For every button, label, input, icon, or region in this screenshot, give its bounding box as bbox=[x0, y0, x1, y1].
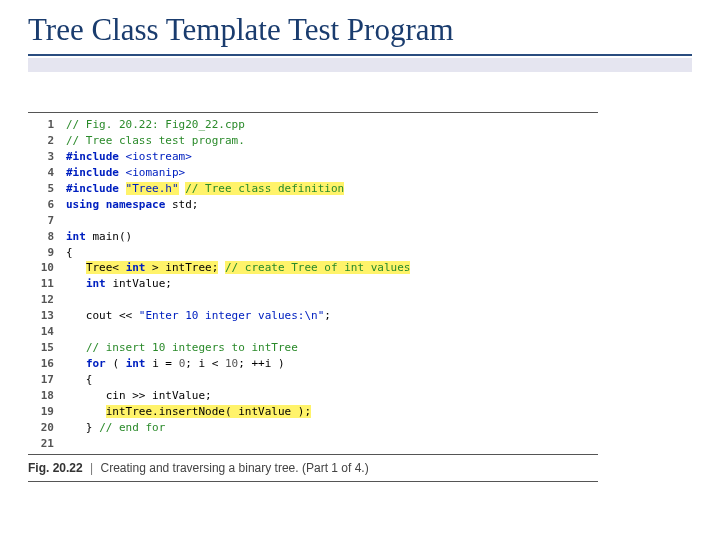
figure-wrap: 1// Fig. 20.22: Fig20_22.cpp2// Tree cla… bbox=[28, 112, 692, 482]
line-number: 11 bbox=[28, 276, 66, 292]
code-text: cin >> intValue; bbox=[66, 388, 598, 404]
line-number: 10 bbox=[28, 260, 66, 276]
code-line: 16 for ( int i = 0; i < 10; ++i ) bbox=[28, 356, 598, 372]
code-line: 19 intTree.insertNode( intValue ); bbox=[28, 404, 598, 420]
line-number: 18 bbox=[28, 388, 66, 404]
code-line: 1// Fig. 20.22: Fig20_22.cpp bbox=[28, 117, 598, 133]
code-text: int main() bbox=[66, 229, 598, 245]
line-number: 17 bbox=[28, 372, 66, 388]
code-listing: 1// Fig. 20.22: Fig20_22.cpp2// Tree cla… bbox=[28, 112, 598, 455]
code-line: 5#include "Tree.h" // Tree class definit… bbox=[28, 181, 598, 197]
code-text: for ( int i = 0; i < 10; ++i ) bbox=[66, 356, 598, 372]
code-text: #include "Tree.h" // Tree class definiti… bbox=[66, 181, 598, 197]
line-number: 20 bbox=[28, 420, 66, 436]
code-line: 11 int intValue; bbox=[28, 276, 598, 292]
code-line: 18 cin >> intValue; bbox=[28, 388, 598, 404]
code-text bbox=[66, 213, 598, 229]
caption-sep: | bbox=[86, 461, 97, 475]
code-line: 12 bbox=[28, 292, 598, 308]
code-text: using namespace std; bbox=[66, 197, 598, 213]
code-text bbox=[66, 324, 598, 340]
code-text bbox=[66, 292, 598, 308]
line-number: 4 bbox=[28, 165, 66, 181]
caption-part: (Part 1 of 4.) bbox=[302, 461, 369, 475]
line-number: 12 bbox=[28, 292, 66, 308]
code-line: 8int main() bbox=[28, 229, 598, 245]
line-number: 16 bbox=[28, 356, 66, 372]
caption-text: Creating and traversing a binary tree. bbox=[101, 461, 299, 475]
code-line: 9{ bbox=[28, 245, 598, 261]
line-number: 19 bbox=[28, 404, 66, 420]
code-line: 20 } // end for bbox=[28, 420, 598, 436]
code-text: Tree< int > intTree; // create Tree of i… bbox=[66, 260, 598, 276]
code-text: intTree.insertNode( intValue ); bbox=[66, 404, 598, 420]
code-line: 21 bbox=[28, 436, 598, 452]
code-line: 7 bbox=[28, 213, 598, 229]
line-number: 21 bbox=[28, 436, 66, 452]
code-line: 10 Tree< int > intTree; // create Tree o… bbox=[28, 260, 598, 276]
title-underbar bbox=[28, 58, 692, 72]
line-number: 9 bbox=[28, 245, 66, 261]
code-line: 3#include <iostream> bbox=[28, 149, 598, 165]
code-text: int intValue; bbox=[66, 276, 598, 292]
code-text: { bbox=[66, 245, 598, 261]
code-text: { bbox=[66, 372, 598, 388]
code-line: 17 { bbox=[28, 372, 598, 388]
code-text: #include <iomanip> bbox=[66, 165, 598, 181]
line-number: 1 bbox=[28, 117, 66, 133]
line-number: 5 bbox=[28, 181, 66, 197]
code-text: // insert 10 integers to intTree bbox=[66, 340, 598, 356]
slide: Tree Class Template Test Program 1// Fig… bbox=[0, 0, 720, 482]
code-line: 4#include <iomanip> bbox=[28, 165, 598, 181]
line-number: 6 bbox=[28, 197, 66, 213]
code-text: } // end for bbox=[66, 420, 598, 436]
code-line: 14 bbox=[28, 324, 598, 340]
code-text bbox=[66, 436, 598, 452]
page-title: Tree Class Template Test Program bbox=[28, 12, 692, 56]
line-number: 3 bbox=[28, 149, 66, 165]
code-text: // Tree class test program. bbox=[66, 133, 598, 149]
figure-caption: Fig. 20.22 | Creating and traversing a b… bbox=[28, 455, 598, 482]
caption-label: Fig. 20.22 bbox=[28, 461, 83, 475]
code-text: #include <iostream> bbox=[66, 149, 598, 165]
line-number: 15 bbox=[28, 340, 66, 356]
code-line: 15 // insert 10 integers to intTree bbox=[28, 340, 598, 356]
line-number: 8 bbox=[28, 229, 66, 245]
code-line: 13 cout << "Enter 10 integer values:\n"; bbox=[28, 308, 598, 324]
line-number: 14 bbox=[28, 324, 66, 340]
code-line: 2// Tree class test program. bbox=[28, 133, 598, 149]
line-number: 7 bbox=[28, 213, 66, 229]
code-text: // Fig. 20.22: Fig20_22.cpp bbox=[66, 117, 598, 133]
code-line: 6using namespace std; bbox=[28, 197, 598, 213]
line-number: 2 bbox=[28, 133, 66, 149]
line-number: 13 bbox=[28, 308, 66, 324]
code-text: cout << "Enter 10 integer values:\n"; bbox=[66, 308, 598, 324]
